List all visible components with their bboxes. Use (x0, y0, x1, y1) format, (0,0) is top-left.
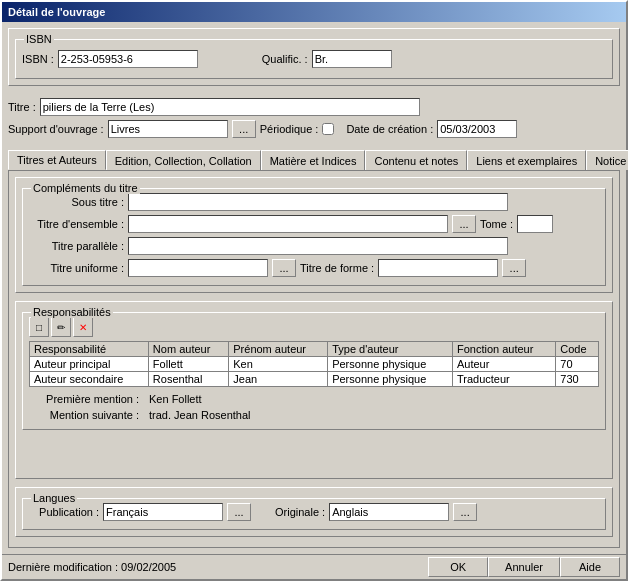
titre-row: Titre : (8, 98, 620, 116)
langues-group: Langues Publication : ... Originale : ..… (15, 487, 613, 537)
premiere-mention-row: Première mention : Ken Follett (29, 393, 599, 405)
tome-input[interactable] (517, 215, 553, 233)
responsabilites-group: Responsabilités □ ✏ ✕ Responsabilité Nom… (15, 301, 613, 479)
titre-ensemble-input[interactable] (128, 215, 448, 233)
titre-parallele-label: Titre parallèle : (29, 240, 124, 252)
col-nom: Nom auteur (148, 342, 228, 357)
date-input[interactable] (437, 120, 517, 138)
edit-btn[interactable]: ✏ (51, 317, 71, 337)
tab-notice[interactable]: Notice (586, 150, 628, 170)
tab-contenu[interactable]: Contenu et notes (365, 150, 467, 170)
cell-nom: Rosenthal (148, 372, 228, 387)
cell-prenom: Jean (229, 372, 328, 387)
premiere-mention-label: Première mention : (29, 393, 139, 405)
table-row[interactable]: Auteur secondaireRosenthalJeanPersonne p… (30, 372, 599, 387)
sous-titre-label: Sous titre : (29, 196, 124, 208)
langues-row: Publication : ... Originale : ... (29, 503, 599, 521)
support-input[interactable] (108, 120, 228, 138)
isbn-group-label: ISBN (24, 33, 54, 45)
annuler-button[interactable]: Annuler (488, 557, 560, 577)
titre-uniforme-input[interactable] (128, 259, 268, 277)
originale-btn[interactable]: ... (453, 503, 477, 521)
delete-btn[interactable]: ✕ (73, 317, 93, 337)
publication-btn[interactable]: ... (227, 503, 251, 521)
col-code: Code (556, 342, 599, 357)
isbn-row: ISBN : Qualific. : (22, 50, 606, 68)
cell-type: Personne physique (328, 357, 453, 372)
col-type: Type d'auteur (328, 342, 453, 357)
mention-suivante-label: Mention suivante : (29, 409, 139, 421)
titre-parallele-row: Titre parallèle : (29, 237, 599, 255)
titre-parallele-input[interactable] (128, 237, 508, 255)
cell-fonction: Traducteur (452, 372, 555, 387)
cell-prenom: Ken (229, 357, 328, 372)
support-btn[interactable]: ... (232, 120, 256, 138)
qualif-label: Qualific. : (262, 53, 308, 65)
periodique-label: Périodique : (260, 123, 319, 135)
date-creation-label: Date de création : (346, 123, 433, 135)
mention-suivante-row: Mention suivante : trad. Jean Rosenthal (29, 409, 599, 421)
table-row[interactable]: Auteur principalFollettKenPersonne physi… (30, 357, 599, 372)
cell-fonction: Auteur (452, 357, 555, 372)
langues-label: Langues (31, 492, 77, 504)
titre-forme-input[interactable] (378, 259, 498, 277)
tab-content: Compléments du titre Sous titre : Titre … (8, 170, 620, 548)
ok-button[interactable]: OK (428, 557, 488, 577)
titre-forme-btn[interactable]: ... (502, 259, 526, 277)
responsabilites-table: Responsabilité Nom auteur Prénom auteur … (29, 341, 599, 387)
titre-ensemble-label: Titre d'ensemble : (29, 218, 124, 230)
cell-nom: Follett (148, 357, 228, 372)
cell-type: Personne physique (328, 372, 453, 387)
col-fonction: Fonction auteur (452, 342, 555, 357)
window-title: Détail de l'ouvrage (8, 6, 105, 18)
originale-label: Originale : (275, 506, 325, 518)
status-bar: Dernière modification : 09/02/2005 OK An… (2, 554, 626, 579)
support-row: Support d'ouvrage : ... Périodique : Dat… (8, 120, 620, 138)
publication-input[interactable] (103, 503, 223, 521)
cell-responsabilite: Auteur secondaire (30, 372, 149, 387)
titre-forme-label: Titre de forme : (300, 262, 374, 274)
title-section: Titre : Support d'ouvrage : ... Périodiq… (8, 94, 620, 146)
tab-liens[interactable]: Liens et exemplaires (467, 150, 586, 170)
complements-label: Compléments du titre (31, 182, 140, 194)
titre-uniforme-btn[interactable]: ... (272, 259, 296, 277)
responsabilites-label: Responsabilités (31, 306, 113, 318)
sous-titre-input[interactable] (128, 193, 508, 211)
periodique-checkbox[interactable] (322, 123, 334, 135)
titre-uniforme-row: Titre uniforme : ... Titre de forme : ..… (29, 259, 599, 277)
cell-code: 70 (556, 357, 599, 372)
tab-titres[interactable]: Titres et Auteurs (8, 150, 106, 170)
titre-label: Titre : (8, 101, 36, 113)
col-responsabilite: Responsabilité (30, 342, 149, 357)
col-prenom: Prénom auteur (229, 342, 328, 357)
titre-uniforme-label: Titre uniforme : (29, 262, 124, 274)
complements-group: Compléments du titre Sous titre : Titre … (15, 177, 613, 293)
isbn-group: ISBN ISBN : Qualific. : (8, 28, 620, 86)
premiere-mention-value: Ken Follett (149, 393, 202, 405)
isbn-input[interactable] (58, 50, 198, 68)
cell-code: 730 (556, 372, 599, 387)
tab-matiere[interactable]: Matière et Indices (261, 150, 366, 170)
publication-label: Publication : (29, 506, 99, 518)
window-content: ISBN ISBN : Qualific. : Titre : Support … (2, 22, 626, 554)
aide-button[interactable]: Aide (560, 557, 620, 577)
add-btn[interactable]: □ (29, 317, 49, 337)
titre-ensemble-btn[interactable]: ... (452, 215, 476, 233)
titre-input[interactable] (40, 98, 420, 116)
toolbar-row: □ ✏ ✕ (29, 317, 599, 337)
support-label: Support d'ouvrage : (8, 123, 104, 135)
titre-ensemble-row: Titre d'ensemble : ... Tome : (29, 215, 599, 233)
tab-edition[interactable]: Edition, Collection, Collation (106, 150, 261, 170)
qualif-input[interactable] (312, 50, 392, 68)
cell-responsabilite: Auteur principal (30, 357, 149, 372)
title-bar: Détail de l'ouvrage (2, 2, 626, 22)
tabs-container: Titres et Auteurs Edition, Collection, C… (8, 150, 620, 548)
main-window: Détail de l'ouvrage ISBN ISBN : Qualific… (0, 0, 628, 581)
mention-suivante-value: trad. Jean Rosenthal (149, 409, 251, 421)
originale-input[interactable] (329, 503, 449, 521)
sous-titre-row: Sous titre : (29, 193, 599, 211)
last-modified: Dernière modification : 09/02/2005 (8, 561, 176, 573)
isbn-label: ISBN : (22, 53, 54, 65)
tome-label: Tome : (480, 218, 513, 230)
tabs-bar: Titres et Auteurs Edition, Collection, C… (8, 150, 620, 170)
